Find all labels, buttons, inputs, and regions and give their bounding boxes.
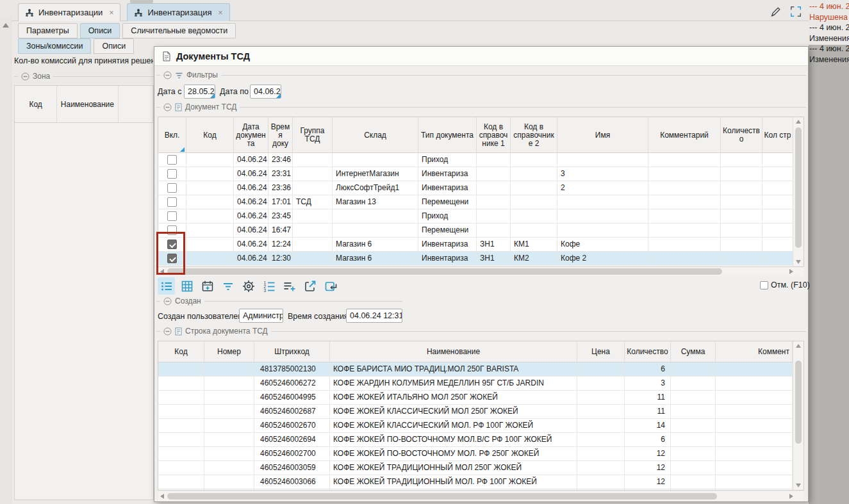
line-row[interactable]: 4605246002670КОФЕ ЖОКЕЙ КЛАССИЧЕСКИЙ МОЛ… xyxy=(158,419,804,433)
marked-checkbox[interactable] xyxy=(760,281,768,289)
numbered-list-icon[interactable]: 123 xyxy=(260,277,277,295)
vertical-scrollbar[interactable] xyxy=(793,341,804,490)
list-add-icon[interactable] xyxy=(281,277,298,295)
scroll-thumb[interactable] xyxy=(167,268,722,275)
column-header[interactable]: Номер xyxy=(204,341,254,362)
scroll-down-icon[interactable] xyxy=(796,260,801,264)
collapse-icon[interactable] xyxy=(163,297,172,305)
doc-row[interactable]: 04.06.2416:47Перемещени xyxy=(158,224,804,238)
scroll-right-icon[interactable] xyxy=(789,269,793,274)
scroll-thumb[interactable] xyxy=(795,361,802,444)
vertical-scrollbar[interactable] xyxy=(793,117,804,266)
column-header[interactable]: Наименование xyxy=(330,341,577,362)
list-view-icon[interactable] xyxy=(158,277,175,295)
column-header[interactable]: Штрихкод xyxy=(254,341,330,362)
column-header[interactable]: Код xyxy=(15,86,57,122)
close-icon[interactable]: × xyxy=(218,8,223,17)
line-row[interactable]: 4605246003059КОФЕ ЖОКЕЙ ТРАДИЦИОННЫЙ МОЛ… xyxy=(158,461,804,475)
column-header[interactable] xyxy=(119,86,153,122)
line-row[interactable]: 4605246002694КОФЕ ЖОКЕЙ ПО-ВОСТОЧНОМУ МО… xyxy=(158,433,804,447)
reload-icon[interactable] xyxy=(322,277,339,295)
doc-row[interactable]: 04.06.2423:46Приход xyxy=(158,153,804,167)
line-row[interactable]: 4813785002130КОФЕ БАРИСТА МИО ТРАДИЦ.МОЛ… xyxy=(158,362,804,377)
column-header[interactable]: Имя xyxy=(557,117,648,153)
column-header[interactable]: Код в справочнике 1 xyxy=(477,117,511,153)
column-header[interactable]: Количество xyxy=(625,341,671,362)
collapse-icon[interactable] xyxy=(21,72,29,81)
document-tab[interactable]: Инвентаризация× xyxy=(127,3,229,21)
line-row[interactable]: 4605246002687КОФЕ ЖОКЕЙ КЛАССИЧЕСКИЙ МОЛ… xyxy=(158,405,804,419)
line-row[interactable]: 4605246002700КОФЕ ЖОКЕЙ ПО-ВОСТОЧНОМУ МО… xyxy=(158,447,804,461)
scroll-thumb[interactable] xyxy=(795,127,802,248)
date-from-input[interactable]: 28.05.24 xyxy=(184,85,215,99)
scroll-up-icon[interactable] xyxy=(796,344,801,348)
column-header[interactable]: Время доку xyxy=(268,117,293,153)
sub-tab[interactable]: Описи xyxy=(94,38,134,54)
doc-row[interactable]: 04.06.2417:01ТСДМагазин 13Перемещени xyxy=(158,195,804,209)
line-row[interactable]: 4605246004995КОФЕ ЖОКЕЙ ИТАЛЬЯНО МОЛ 250… xyxy=(158,391,804,405)
sub-tab[interactable]: Описи xyxy=(80,23,120,38)
column-header[interactable]: Вкл. xyxy=(158,117,186,153)
collapse-icon[interactable] xyxy=(163,327,172,336)
horizontal-scrollbar[interactable] xyxy=(158,267,804,276)
left-scrollbar[interactable] xyxy=(0,17,12,504)
column-header[interactable]: Склад xyxy=(333,117,418,153)
column-header[interactable]: Дата документа xyxy=(234,117,268,153)
horizontal-scrollbar[interactable] xyxy=(158,492,804,501)
doc-row[interactable]: 04.06.2412:24Магазин 6ИнвентаризаЗН1КМ1К… xyxy=(158,238,804,252)
column-header[interactable]: Комментарий xyxy=(648,117,721,153)
column-header[interactable]: Наименование xyxy=(57,86,118,122)
zone-table[interactable]: Код Наименование xyxy=(14,85,154,500)
column-header[interactable]: Код xyxy=(186,117,234,153)
doc-row[interactable]: 04.06.2423:45Приход xyxy=(158,209,804,224)
column-header[interactable]: Количество xyxy=(721,117,762,153)
scroll-down-icon[interactable] xyxy=(796,484,801,487)
column-header[interactable]: Коммент xyxy=(716,341,793,362)
documents-table[interactable]: Вкл.КодДата документаВремя докуГруппа ТС… xyxy=(158,117,804,267)
line-row[interactable]: 4605246006272КОФЕ ЖАРДИН КОЛУМБИЯ МЕДЕЛЛ… xyxy=(158,377,804,391)
grid-view-icon[interactable] xyxy=(178,277,195,295)
doc-row[interactable]: 04.06.2412:30Магазин 6ИнвентаризаЗН1КМ2К… xyxy=(158,252,804,266)
column-header[interactable]: Кол стр xyxy=(762,117,793,153)
pencil-icon[interactable] xyxy=(769,4,783,19)
scroll-right-icon[interactable] xyxy=(789,494,793,499)
row-checkbox[interactable] xyxy=(167,155,177,165)
doc-row[interactable]: 04.06.2423:31ИнтернетМагазинИнвентариза3 xyxy=(158,167,804,181)
line-row[interactable]: 4605246003066КОФЕ ЖОКЕЙ ТРАДИЦИОННЫЙ МОЛ… xyxy=(158,475,804,489)
sub-tab[interactable]: Зоны/комиссии xyxy=(18,38,91,54)
column-header[interactable]: Тип документа xyxy=(418,117,477,153)
row-checkbox[interactable] xyxy=(167,211,177,221)
column-header[interactable]: Группа ТСД xyxy=(293,117,333,153)
scroll-up-icon[interactable] xyxy=(3,23,9,28)
collapse-icon[interactable] xyxy=(163,103,172,111)
scroll-thumb[interactable] xyxy=(167,493,717,500)
column-header[interactable]: Цена xyxy=(577,341,625,362)
collapse-icon[interactable] xyxy=(163,71,172,79)
expand-icon[interactable] xyxy=(789,4,803,19)
sub-tab[interactable]: Сличительные ведомости xyxy=(122,23,236,38)
document-tab[interactable]: Инвентаризации× xyxy=(18,3,120,21)
row-checkbox[interactable] xyxy=(167,197,177,207)
scroll-left-icon[interactable] xyxy=(160,494,164,499)
open-external-icon[interactable] xyxy=(301,277,318,295)
created-user-input[interactable]: Администра xyxy=(239,309,283,323)
column-header[interactable]: Код в справочнике 2 xyxy=(511,117,557,153)
filter-icon[interactable] xyxy=(219,277,236,295)
gear-icon[interactable] xyxy=(240,277,257,295)
row-checkbox[interactable] xyxy=(167,169,177,179)
lines-table[interactable]: КодНомерШтрихкодНаименованиеЦенаКоличест… xyxy=(158,341,804,491)
column-header[interactable]: Код xyxy=(158,341,204,362)
cell xyxy=(477,209,511,223)
close-icon[interactable]: × xyxy=(109,8,113,17)
sub-tab[interactable]: Параметры xyxy=(18,23,78,38)
doc-row[interactable]: 04.06.2423:36ЛюксСофтТрейд1Инвентариза2 xyxy=(158,181,804,195)
date-to-input[interactable]: 04.06.24 xyxy=(250,85,281,99)
scroll-up-icon[interactable] xyxy=(796,120,801,124)
calendar-add-icon[interactable] xyxy=(199,277,216,295)
line-row[interactable]: 8714599516959КОФЕ КАРТ НУАР РАСТВ 1.8Г C… xyxy=(158,489,804,491)
cell: ЗН1 xyxy=(477,252,511,265)
created-time-input[interactable]: 04.06.24 12:31 xyxy=(346,309,402,323)
row-checkbox[interactable] xyxy=(167,183,177,193)
cell: 4605246006272 xyxy=(254,377,330,390)
column-header[interactable]: Сумма xyxy=(671,341,716,362)
